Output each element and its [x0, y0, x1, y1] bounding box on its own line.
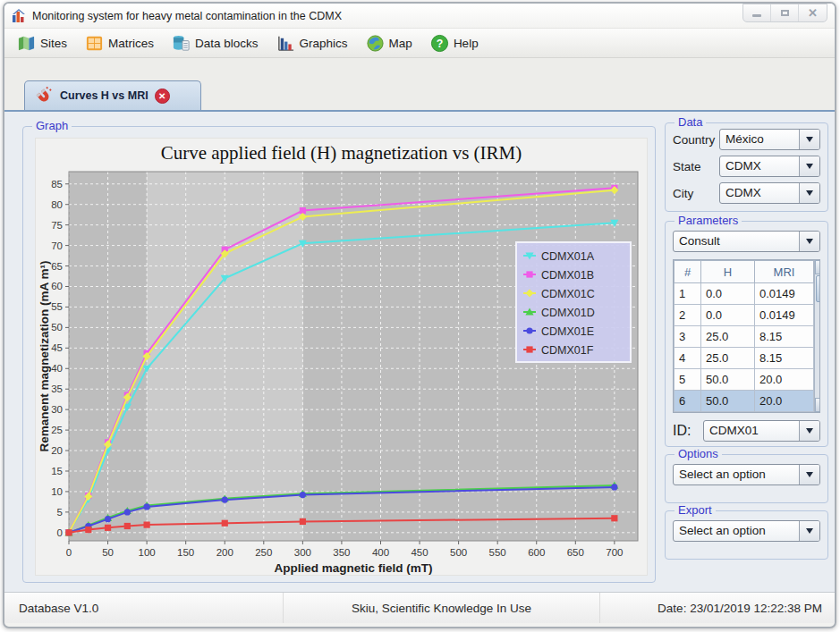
table-cell: 50.0	[701, 369, 755, 391]
id-dropdown-button[interactable]	[799, 421, 819, 441]
svg-text:450: 450	[411, 547, 428, 558]
options-dropdown-button[interactable]	[799, 465, 819, 485]
parameters-panel-title: Parameters	[675, 214, 742, 227]
table-row[interactable]: 10.00.0149	[675, 283, 814, 305]
table-cell: 2	[675, 305, 701, 326]
export-panel-title: Export	[675, 503, 716, 517]
tab-strip-gap	[4, 58, 835, 80]
svg-text:10: 10	[51, 486, 63, 497]
hmri-line-chart[interactable]: 0510152025303540455055606570758085050100…	[37, 167, 647, 576]
col-header: H	[701, 261, 755, 283]
table-cell: 25.0	[701, 326, 755, 348]
chart-area: Curve applied field (H) magnetization vs…	[35, 138, 648, 576]
sidebar: Data Country México State CDMX	[663, 112, 830, 592]
table-row[interactable]: 20.00.0149	[675, 305, 814, 326]
table-cell: 3	[675, 326, 701, 348]
table-cell: 8.15	[755, 326, 814, 348]
svg-text:CDMX01C: CDMX01C	[541, 288, 595, 300]
col-header: #	[675, 261, 701, 283]
svg-text:CDMX01D: CDMX01D	[541, 307, 595, 319]
chevron-down-icon	[806, 528, 813, 534]
svg-text:550: 550	[488, 547, 505, 558]
table-row[interactable]: 775.030.59	[675, 412, 814, 414]
svg-text:55: 55	[51, 301, 63, 312]
toolbar-button-data-blocks[interactable]: Data blocks	[165, 30, 266, 56]
svg-text:350: 350	[333, 547, 350, 558]
id-label: ID:	[673, 423, 703, 439]
toolbar: SitesMatricesData blocksGraphicsMap?Help	[4, 28, 835, 58]
table-row[interactable]: 325.08.15	[675, 326, 814, 348]
svg-text:Applied magnetic field (mT): Applied magnetic field (mT)	[274, 561, 432, 575]
tab-close-icon[interactable]: ✕	[155, 88, 170, 104]
city-select[interactable]: CDMX	[719, 182, 820, 204]
scroll-up-icon[interactable]: ▲	[815, 260, 820, 274]
svg-text:250: 250	[255, 547, 272, 558]
options-select[interactable]: Select an option	[673, 464, 820, 485]
tab-label: Curves H vs MRI	[60, 89, 148, 102]
parameters-panel: Parameters Consult #HMRI10.00.014920.00.…	[665, 221, 828, 447]
toolbar-button-matrices[interactable]: Matrices	[78, 30, 161, 56]
main-content: Graph Curve applied field (H) magnetizat…	[4, 110, 835, 592]
svg-text:25: 25	[51, 425, 63, 435]
svg-text:300: 300	[293, 547, 310, 558]
chart-title: Curve applied field (H) magnetization vs…	[36, 142, 647, 167]
table-cell: 0.0149	[755, 305, 814, 326]
svg-text:45: 45	[51, 342, 63, 353]
minimize-button[interactable]	[743, 4, 771, 21]
id-value: CDMX01	[704, 421, 799, 441]
toolbar-button-map[interactable]: Map	[359, 30, 420, 56]
svg-text:?: ?	[437, 38, 444, 50]
action-select[interactable]: Consult	[673, 231, 820, 252]
table-cell: 50.0	[701, 391, 755, 412]
state-dropdown-button[interactable]	[799, 156, 819, 176]
svg-text:85: 85	[51, 179, 63, 190]
table-cell: 30.59	[755, 412, 814, 414]
parameters-table: #HMRI10.00.014920.00.0149325.08.15425.08…	[673, 259, 820, 413]
svg-text:CDMX01F: CDMX01F	[541, 344, 594, 357]
svg-text:80: 80	[51, 199, 63, 210]
data-panel: Data Country México State CDMX	[665, 122, 828, 212]
window-controls: ✕	[742, 4, 827, 22]
graph-panel: Graph Curve applied field (H) magnetizat…	[22, 126, 656, 583]
toolbar-button-help[interactable]: ?Help	[423, 30, 486, 56]
options-panel-title: Options	[675, 447, 722, 460]
table-row[interactable]: 550.020.0	[675, 369, 814, 391]
svg-text:50: 50	[51, 322, 63, 333]
country-dropdown-button[interactable]	[799, 130, 819, 149]
maximize-button[interactable]	[771, 4, 799, 21]
status-bar: Database V1.0 Skiu, Scientific Knowledge…	[4, 592, 835, 623]
scroll-down-icon[interactable]: ▼	[815, 398, 820, 412]
city-dropdown-button[interactable]	[799, 183, 819, 203]
close-button[interactable]: ✕	[799, 4, 827, 21]
export-select[interactable]: Select an option	[673, 520, 820, 542]
status-datetime: Date: 23/01/2019 12:22:38 PM	[600, 593, 835, 623]
chevron-down-icon	[806, 164, 813, 169]
export-value: Select an option	[674, 521, 799, 541]
state-select[interactable]: CDMX	[719, 156, 820, 177]
tab-curves-h-vs-mri[interactable]: Curves H vs MRI ✕	[24, 80, 201, 110]
id-select[interactable]: CDMX01	[703, 420, 820, 442]
toolbar-button-graphics[interactable]: Graphics	[269, 30, 355, 56]
svg-text:650: 650	[566, 547, 583, 558]
country-value: México	[720, 130, 799, 149]
country-select[interactable]: México	[719, 129, 820, 150]
table-scrollbar[interactable]: ▲ ▼	[814, 260, 820, 412]
table-cell: 1	[675, 283, 701, 305]
table-row[interactable]: 425.08.15	[675, 348, 814, 369]
export-dropdown-button[interactable]	[799, 521, 819, 541]
toolbar-button-sites[interactable]: Sites	[10, 30, 74, 56]
svg-text:20: 20	[51, 445, 63, 456]
col-header: MRI	[755, 261, 814, 283]
table-row[interactable]: 650.020.0	[675, 391, 814, 412]
chevron-down-icon	[806, 137, 813, 142]
action-dropdown-button[interactable]	[799, 232, 819, 251]
chevron-down-icon	[806, 472, 813, 477]
table-cell: 6	[675, 391, 701, 412]
toolbar-label: Graphics	[300, 37, 348, 50]
svg-text:70: 70	[51, 240, 63, 251]
scrollbar-thumb[interactable]	[816, 275, 820, 302]
toolbar-label: Matrices	[108, 37, 154, 50]
table-cell: 0.0149	[755, 283, 814, 305]
toolbar-label: Help	[454, 37, 479, 50]
svg-text:35: 35	[51, 383, 63, 394]
